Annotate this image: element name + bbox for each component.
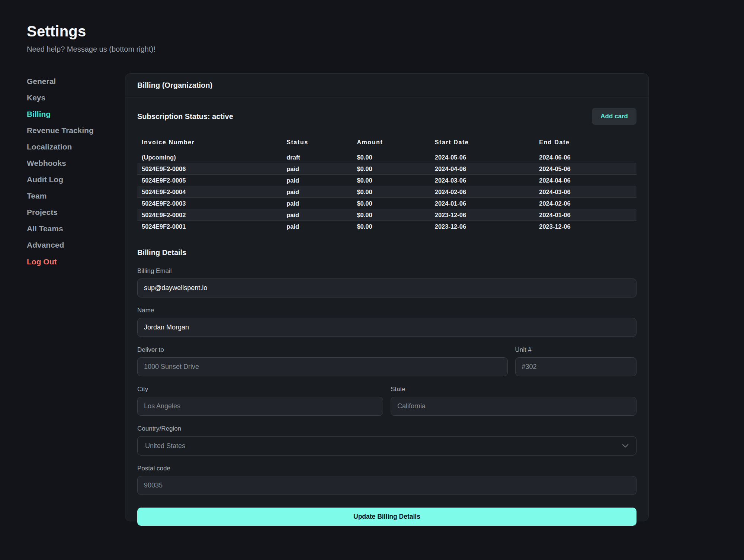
- cell-status: draft: [282, 152, 352, 163]
- sidebar-item-billing[interactable]: Billing: [27, 106, 94, 122]
- country-group: Country/Region United States: [137, 425, 636, 456]
- sidebar-item-projects[interactable]: Projects: [27, 204, 94, 221]
- cell-invoice-number: 5024E9F2-0005: [137, 175, 282, 186]
- country-label: Country/Region: [137, 425, 636, 432]
- cell-end-date: 2024-01-06: [535, 209, 636, 221]
- billing-email-group: Billing Email: [137, 267, 636, 297]
- deliver-to-label: Deliver to: [137, 346, 508, 354]
- postal-code-label: Postal code: [137, 465, 636, 472]
- address-row: Deliver to Unit #: [137, 346, 636, 376]
- table-row: 5024E9F2-0003 paid $0.00 2024-01-06 2024…: [137, 198, 636, 209]
- sidebar-item-audit-log[interactable]: Audit Log: [27, 171, 94, 188]
- deliver-to-field[interactable]: [137, 357, 508, 376]
- cell-invoice-number: 5024E9F2-0006: [137, 163, 282, 175]
- city-field[interactable]: [137, 397, 383, 416]
- cell-amount: $0.00: [352, 152, 430, 163]
- cell-status: paid: [282, 221, 352, 232]
- cell-amount: $0.00: [352, 221, 430, 232]
- cell-invoice-number: 5024E9F2-0001: [137, 221, 282, 232]
- cell-invoice-number: 5024E9F2-0002: [137, 209, 282, 221]
- cell-amount: $0.00: [352, 209, 430, 221]
- cell-amount: $0.00: [352, 186, 430, 198]
- sidebar-item-all-teams[interactable]: All Teams: [27, 221, 94, 237]
- table-row: 5024E9F2-0006 paid $0.00 2024-04-06 2024…: [137, 163, 636, 175]
- state-label: State: [391, 386, 636, 393]
- cell-status: paid: [282, 209, 352, 221]
- billing-details-form: Billing Email Name Deliver to Unit #: [137, 267, 636, 526]
- name-field[interactable]: [137, 318, 636, 337]
- table-row: 5024E9F2-0001 paid $0.00 2023-12-06 2023…: [137, 221, 636, 232]
- page-header: Settings Need help? Message us (bottom r…: [27, 23, 155, 54]
- cell-invoice-number: 5024E9F2-0003: [137, 198, 282, 209]
- cell-status: paid: [282, 198, 352, 209]
- sidebar-item-team[interactable]: Team: [27, 188, 94, 204]
- table-row: 5024E9F2-0005 paid $0.00 2024-03-06 2024…: [137, 175, 636, 186]
- cell-status: paid: [282, 163, 352, 175]
- cell-start-date: 2023-12-06: [430, 221, 535, 232]
- table-row: 5024E9F2-0002 paid $0.00 2023-12-06 2024…: [137, 209, 636, 221]
- cell-start-date: 2024-03-06: [430, 175, 535, 186]
- invoice-table: Invoice Number Status Amount Start Date …: [137, 138, 636, 232]
- table-header-row: Invoice Number Status Amount Start Date …: [137, 138, 636, 152]
- cell-end-date: 2024-03-06: [535, 186, 636, 198]
- sidebar-item-localization[interactable]: Localization: [27, 138, 94, 155]
- cell-start-date: 2024-01-06: [430, 198, 535, 209]
- panel-body: Subscription Status: active Add card Inv…: [125, 97, 648, 535]
- country-select[interactable]: United States: [137, 436, 636, 456]
- deliver-to-group: Deliver to: [137, 346, 508, 376]
- billing-email-label: Billing Email: [137, 267, 636, 275]
- column-start-date: Start Date: [430, 138, 535, 152]
- sidebar-item-advanced[interactable]: Advanced: [27, 237, 94, 253]
- subscription-status: Subscription Status: active: [137, 112, 233, 121]
- city-group: City: [137, 386, 383, 416]
- cell-end-date: 2024-06-06: [535, 152, 636, 163]
- chevron-down-icon: [622, 444, 629, 448]
- settings-sidebar: General Keys Billing Revenue Tracking Lo…: [27, 73, 94, 270]
- unit-label: Unit #: [515, 346, 636, 354]
- cell-invoice-number: (Upcoming): [137, 152, 282, 163]
- page-title: Settings: [27, 23, 155, 40]
- cell-start-date: 2024-05-06: [430, 152, 535, 163]
- postal-code-field[interactable]: [137, 476, 636, 495]
- sidebar-item-keys[interactable]: Keys: [27, 89, 94, 106]
- unit-group: Unit #: [515, 346, 636, 376]
- cell-end-date: 2024-04-06: [535, 175, 636, 186]
- update-billing-details-button[interactable]: Update Billing Details: [137, 508, 636, 526]
- state-field[interactable]: [391, 397, 636, 416]
- unit-field[interactable]: [515, 357, 636, 376]
- invoice-table-header: Invoice Number Status Amount Start Date …: [137, 138, 636, 152]
- cell-start-date: 2024-02-06: [430, 186, 535, 198]
- cell-status: paid: [282, 186, 352, 198]
- city-state-row: City State: [137, 386, 636, 416]
- sidebar-item-revenue-tracking[interactable]: Revenue Tracking: [27, 122, 94, 138]
- panel-title: Billing (Organization): [137, 81, 212, 90]
- cell-status: paid: [282, 175, 352, 186]
- sidebar-item-webhooks[interactable]: Webhooks: [27, 155, 94, 171]
- billing-details-heading: Billing Details: [137, 248, 636, 257]
- cell-end-date: 2024-02-06: [535, 198, 636, 209]
- cell-start-date: 2024-04-06: [430, 163, 535, 175]
- country-selected-value: United States: [145, 442, 185, 450]
- column-invoice-number: Invoice Number: [137, 138, 282, 152]
- cell-end-date: 2024-05-06: [535, 163, 636, 175]
- sidebar-item-general[interactable]: General: [27, 73, 94, 89]
- billing-email-field[interactable]: [137, 279, 636, 297]
- cell-start-date: 2023-12-06: [430, 209, 535, 221]
- name-label: Name: [137, 307, 636, 314]
- column-end-date: End Date: [535, 138, 636, 152]
- subscription-status-row: Subscription Status: active Add card: [137, 108, 636, 125]
- cell-end-date: 2023-12-06: [535, 221, 636, 232]
- cell-amount: $0.00: [352, 175, 430, 186]
- page-subtitle: Need help? Message us (bottom right)!: [27, 45, 155, 54]
- add-card-button[interactable]: Add card: [592, 108, 636, 125]
- sidebar-item-log-out[interactable]: Log Out: [27, 253, 94, 270]
- table-row: (Upcoming) draft $0.00 2024-05-06 2024-0…: [137, 152, 636, 163]
- city-label: City: [137, 386, 383, 393]
- column-amount: Amount: [352, 138, 430, 152]
- billing-panel: Billing (Organization) Subscription Stat…: [125, 73, 649, 521]
- panel-header: Billing (Organization): [125, 74, 648, 97]
- table-row: 5024E9F2-0004 paid $0.00 2024-02-06 2024…: [137, 186, 636, 198]
- state-group: State: [391, 386, 636, 416]
- cell-amount: $0.00: [352, 198, 430, 209]
- column-status: Status: [282, 138, 352, 152]
